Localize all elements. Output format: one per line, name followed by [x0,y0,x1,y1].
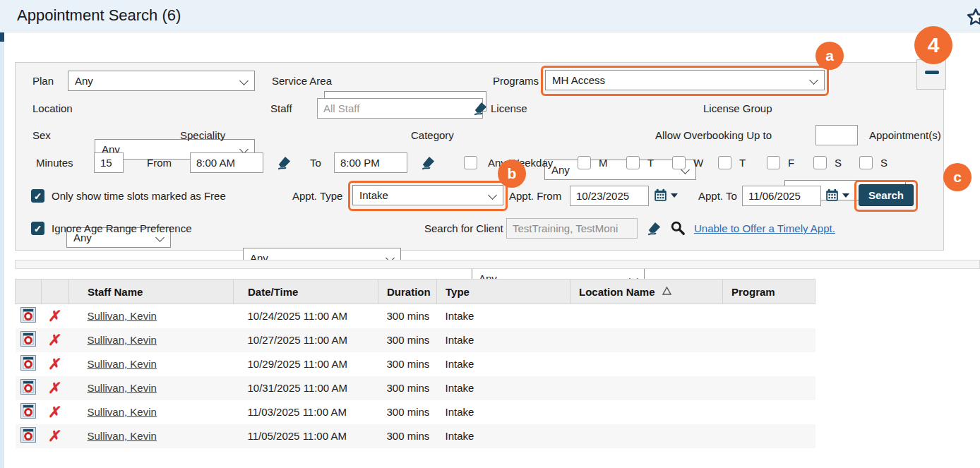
cell-datetime: 10/29/2025 11:00 AM [234,352,378,376]
appt-type-value: Intake [359,189,388,201]
search-button[interactable]: Search [859,184,914,206]
time-from-clear-eraser-icon[interactable] [276,155,292,171]
filter-panel: Plan Any Service Area Any Programs MH Ac… [15,62,944,251]
schedule-appointment-icon[interactable] [20,427,36,443]
cell-datetime: 11/03/2025 11:00 AM [234,400,378,424]
staff-clear-eraser-icon[interactable] [472,100,489,116]
cell-duration: 300 mins [378,304,437,328]
appt-from-calendar-icon[interactable] [654,188,667,202]
timely-appt-link[interactable]: Unable to Offer a Timely Appt. [694,218,835,239]
appt-from-dropdown-icon[interactable] [671,193,678,198]
red-x-icon[interactable]: ✗ [49,308,61,325]
time-to-label: To [310,152,321,173]
client-search-input[interactable] [506,218,638,239]
weekday-checkbox-mon[interactable] [578,156,591,169]
chevron-down-icon [239,76,249,85]
programs-value: MH Access [552,74,605,86]
step-badge-4: 4 [914,26,952,64]
staff-name-link[interactable]: Sullivan, Kevin [88,382,157,394]
staff-input[interactable] [317,98,483,119]
header-duration[interactable]: Duration [378,280,437,304]
weekday-label-sat: S [835,152,842,173]
weekday-label-tue: T [647,152,654,173]
any-weekday-checkbox[interactable] [464,156,477,169]
appt-to-label: Appt. To [698,186,737,206]
header-remove-col [42,280,69,304]
weekday-checkbox-sun[interactable] [859,156,873,169]
schedule-appointment-icon[interactable] [20,307,36,323]
favorite-star-icon[interactable] [966,8,980,26]
license-group-label: License Group [703,98,772,119]
appt-to-dropdown-icon[interactable] [842,193,849,198]
overbooking-input[interactable] [815,125,858,145]
highlight-box-a: MH Access [541,66,829,96]
cell-datetime: 10/27/2025 11:00 AM [234,328,378,352]
cell-program [723,376,815,400]
appt-to-calendar-icon[interactable] [825,188,839,202]
left-scrollbar-thumb[interactable] [0,32,4,42]
red-x-icon[interactable]: ✗ [49,356,61,373]
cell-location [570,376,723,400]
client-lookup-magnifier-icon[interactable] [670,220,686,236]
header-program[interactable]: Program [723,280,815,304]
plan-label: Plan [32,71,54,91]
free-slots-checkbox[interactable]: ✓ [31,189,44,203]
header-type[interactable]: Type [437,280,570,304]
category-label: Category [411,125,454,145]
minutes-input[interactable] [94,152,124,173]
sort-ascending-icon [662,287,671,295]
cell-type: Intake [437,328,570,352]
staff-name-link[interactable]: Sullivan, Kevin [88,310,157,322]
weekday-checkbox-wed[interactable] [672,156,686,169]
free-slots-label: Only show time slots marked as Free [52,186,226,206]
table-row: ✗ Sullivan, Kevin 10/31/2025 11:00 AM 30… [16,376,815,400]
staff-name-link[interactable]: Sullivan, Kevin [88,430,157,442]
time-from-label: From [147,152,172,173]
time-to-input[interactable] [334,152,407,173]
minutes-label: Minutes [36,152,73,173]
schedule-appointment-icon[interactable] [20,403,36,419]
location-label: Location [32,98,73,119]
weekday-checkbox-sat[interactable] [813,156,827,169]
plan-value: Any [75,75,93,87]
programs-select[interactable]: MH Access [545,70,825,90]
red-x-icon[interactable]: ✗ [49,332,61,349]
time-to-clear-eraser-icon[interactable] [420,155,436,171]
schedule-appointment-icon[interactable] [20,331,36,347]
client-clear-eraser-icon[interactable] [646,220,662,236]
cell-type: Intake [437,352,570,376]
weekday-label-fri: F [788,152,794,173]
cell-datetime: 10/31/2025 11:00 AM [234,376,378,400]
header-location-name[interactable]: Location Name [570,280,723,304]
weekday-checkbox-tue[interactable] [626,156,640,169]
appt-to-input[interactable] [742,186,821,206]
red-x-icon[interactable]: ✗ [49,428,61,445]
header-date-time[interactable]: Date/Time [234,280,378,304]
table-row: ✗ Sullivan, Kevin 10/24/2025 11:00 AM 30… [16,304,815,328]
staff-name-link[interactable]: Sullivan, Kevin [88,358,157,370]
time-from-input[interactable] [190,152,263,173]
red-x-icon[interactable]: ✗ [49,380,61,397]
staff-name-link[interactable]: Sullivan, Kevin [88,334,157,346]
header-staff-name[interactable]: Staff Name [69,280,234,304]
client-search-label: Search for Client [424,218,503,239]
cell-location [570,424,723,448]
schedule-appointment-icon[interactable] [20,355,36,371]
minus-icon [925,71,939,74]
appt-type-select[interactable]: Intake [352,185,503,205]
weekday-checkbox-thu[interactable] [718,156,731,169]
ignore-age-checkbox[interactable]: ✓ [31,222,44,235]
plan-select[interactable]: Any [68,71,255,91]
weekday-checkbox-fri[interactable] [767,156,780,169]
appt-from-input[interactable] [570,186,649,206]
sex-label: Sex [32,125,51,145]
cell-program [723,424,815,448]
appt-from-label: Appt. From [509,186,561,206]
left-scrollbar-track[interactable] [0,32,4,468]
schedule-appointment-icon[interactable] [20,379,36,395]
cell-location [570,352,723,376]
staff-name-link[interactable]: Sullivan, Kevin [88,406,157,418]
titlebar: Appointment Search (6) [0,0,980,32]
red-x-icon[interactable]: ✗ [49,404,61,421]
overbooking-suffix-label: Appointment(s) [869,125,941,145]
